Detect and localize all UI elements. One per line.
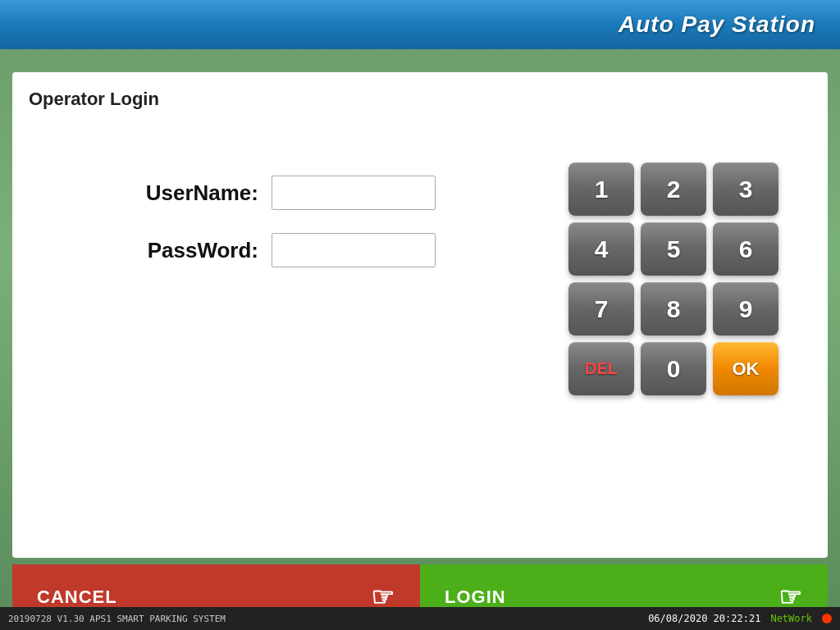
status-right: 06/08/2020 20:22:21 NetWork xyxy=(648,613,832,624)
numpad-key-7[interactable]: 7 xyxy=(568,282,634,336)
numpad-key-0[interactable]: 0 xyxy=(641,342,706,395)
status-bar: 20190728 V1.30 APS1 SMART PARKING SYSTEM… xyxy=(0,607,840,630)
numpad-ok-button[interactable]: OK xyxy=(713,342,778,395)
numpad-del-button[interactable]: DEL xyxy=(568,342,634,395)
numpad: 1 2 3 4 5 6 7 8 9 DEL 0 OK xyxy=(568,162,778,395)
numpad-key-6[interactable]: 6 xyxy=(713,222,778,276)
numpad-key-9[interactable]: 9 xyxy=(713,282,778,336)
header-bar: Auto Pay Station xyxy=(0,0,840,49)
status-indicator-dot xyxy=(822,614,832,623)
username-input[interactable] xyxy=(272,176,436,210)
numpad-key-1[interactable]: 1 xyxy=(568,162,634,216)
cancel-label: CANCEL xyxy=(37,587,117,608)
password-label: PassWord: xyxy=(94,238,258,263)
numpad-key-2[interactable]: 2 xyxy=(641,162,706,216)
password-input[interactable] xyxy=(272,233,436,267)
numpad-key-5[interactable]: 5 xyxy=(641,222,706,276)
username-row: UserName: xyxy=(94,176,436,210)
login-label: LOGIN xyxy=(445,587,506,608)
main-panel: Operator Login UserName: PassWord: 1 2 3… xyxy=(12,72,828,558)
status-datetime: 06/08/2020 20:22:21 xyxy=(648,613,760,624)
numpad-key-8[interactable]: 8 xyxy=(641,282,706,336)
numpad-key-4[interactable]: 4 xyxy=(568,222,634,276)
numpad-key-3[interactable]: 3 xyxy=(713,162,778,216)
username-label: UserName: xyxy=(94,180,258,206)
panel-title: Operator Login xyxy=(29,89,811,110)
app-title: Auto Pay Station xyxy=(619,11,815,38)
password-row: PassWord: xyxy=(94,233,436,267)
status-network: NetWork xyxy=(770,613,812,624)
status-version: 20190728 V1.30 APS1 SMART PARKING SYSTEM xyxy=(8,614,226,624)
